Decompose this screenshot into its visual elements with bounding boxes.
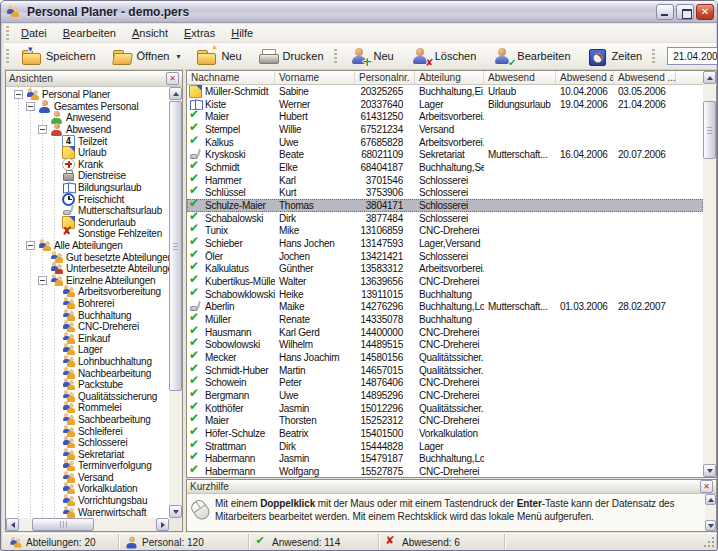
tree-item-personal-planer[interactable]: Personal Planer — [6, 89, 169, 101]
table-row[interactable]: MüllerRenate14335078Buchhaltung — [187, 313, 703, 326]
tree-item-sekretariat[interactable]: Sekretariat — [6, 448, 169, 460]
scroll-up-button[interactable] — [169, 87, 182, 100]
tree-item-anwesend[interactable]: Anwesend — [6, 112, 169, 124]
tree-item-cnc-dreherei[interactable]: CNC-Dreherei — [6, 321, 169, 333]
tree-item-bohrerei[interactable]: Bohrerei — [6, 298, 169, 310]
table-row[interactable]: SchlüsselKurt3753906Schlosserei — [187, 186, 703, 199]
tree-item-schlosserei[interactable]: Schlosserei — [6, 437, 169, 449]
toolbar-gripper[interactable] — [6, 49, 9, 63]
expander-minus[interactable] — [38, 276, 47, 285]
dropdown-caret-icon[interactable]: ▾ — [176, 52, 180, 61]
tree-vscroll-thumb[interactable] — [169, 101, 182, 391]
toolbar-gripper[interactable] — [334, 49, 337, 63]
column-header-abwesend-ab[interactable]: Abwesend ab — [556, 71, 614, 85]
tree-item-einzelne-abteilungen[interactable]: Einzelne Abteilungen — [6, 275, 169, 287]
tree-item-versand[interactable]: Versand — [6, 472, 169, 484]
menu-item-extras[interactable]: Extras — [176, 25, 223, 41]
table-row[interactable]: Höfer-SchulzeBeatrix15401500Vorkalkulati… — [187, 427, 703, 440]
tree-item-dienstreise[interactable]: Dienstreise — [6, 170, 169, 182]
tree-item-gesamtes-personal[interactable]: Gesamtes Personal — [6, 101, 169, 113]
table-row[interactable]: Müller-SchmidtSabine20325265Buchhaltung,… — [187, 85, 703, 98]
table-row[interactable]: SchmidtElke68404187Buchhaltung,Se... — [187, 161, 703, 174]
tree-hscrollbar[interactable] — [6, 518, 169, 531]
scroll-right-button[interactable] — [156, 518, 169, 531]
tree-item-qualitatssicherung[interactable]: Qualitätssicherung — [6, 390, 169, 402]
expander-minus[interactable] — [26, 241, 35, 250]
help-scrollbar[interactable] — [705, 494, 716, 531]
table-row[interactable]: HausmannKarl Gerd14400000CNC-Dreherei — [187, 326, 703, 339]
tree-item-bildungsurlaub[interactable]: Bildungsurlaub — [6, 182, 169, 194]
restore-button[interactable] — [676, 4, 694, 20]
expander-minus[interactable] — [38, 125, 47, 134]
resize-grip[interactable] — [703, 536, 715, 548]
tree-item-krank[interactable]: Krank — [6, 159, 169, 171]
table-row[interactable]: AberlinMaike14276296Buchhaltung,Lo...Mut… — [187, 300, 703, 313]
table-row[interactable]: KryskoskiBeate68021109SekretariatMutters… — [187, 148, 703, 161]
expander-minus[interactable] — [26, 102, 35, 111]
tree-item-terminverfolgung[interactable]: Terminverfolgung — [6, 460, 169, 472]
tree-item-alle-abteilungen[interactable]: Alle Abteilungen — [6, 240, 169, 252]
table-row[interactable]: KalkusUwe67685828Arbeitsvorberei... — [187, 136, 703, 149]
column-header-nachname[interactable]: Nachname — [187, 71, 275, 85]
table-row[interactable]: SobowlowskiWilhelm14489515CNC-Dreherei — [187, 338, 703, 351]
column-header-abteilung[interactable]: Abteilung — [415, 71, 484, 85]
tree-item-warenwirtschaft[interactable]: Warenwirtschaft — [6, 506, 169, 518]
column-header-vorname[interactable]: Vorname — [275, 71, 355, 85]
toolbar-button-loschen-pdel[interactable]: ✘Löschen — [403, 45, 484, 68]
column-header-personalnr[interactable]: Personalnr. — [355, 71, 415, 85]
sidebar-close-button[interactable]: ✕ — [166, 72, 179, 85]
tree-item-sachbearbeitung[interactable]: Sachbearbeitung — [6, 414, 169, 426]
toolbar-button-offnen-open[interactable]: Öffnen▾ — [105, 45, 188, 68]
table-row[interactable]: SchabowklowskiHeike13911015Buchhaltung — [187, 288, 703, 301]
scroll-left-button[interactable] — [6, 518, 19, 531]
table-row[interactable]: HabermannJasmin15479187Buchhaltung,Lo... — [187, 452, 703, 465]
tree-item-abwesend[interactable]: Abwesend — [6, 124, 169, 136]
tree-item-freischicht[interactable]: Freischicht — [6, 193, 169, 205]
minimize-button[interactable] — [656, 4, 674, 20]
table-row[interactable]: HabermannWolfgang15527875CNC-Dreherei — [187, 465, 703, 477]
menu-gripper[interactable] — [6, 26, 9, 40]
table-row[interactable]: MeckerHans Joachim14580156Qualitätssiche… — [187, 351, 703, 364]
tree-item-lohnbuchhaltung[interactable]: Lohnbuchhaltung — [6, 356, 169, 368]
table-row[interactable]: SchieberHans Jochen13147593Lager,Versand — [187, 237, 703, 250]
table-row[interactable]: Schulze-MaierThomas3804171Schlosserei — [187, 199, 703, 212]
menu-item-hilfe[interactable]: Hilfe — [223, 25, 261, 41]
tree-item-buchhaltung[interactable]: Buchhaltung — [6, 309, 169, 321]
tree-item-arbeitsvorbereitung[interactable]: Arbeitsvorbereitung — [6, 286, 169, 298]
tree-item-packstube[interactable]: Packstube — [6, 379, 169, 391]
scroll-down-button[interactable] — [705, 520, 716, 531]
tree-hscroll-thumb[interactable] — [32, 518, 94, 531]
tree-vscrollbar[interactable] — [169, 87, 182, 518]
tree-item-nachbearbeitung[interactable]: Nachbearbeitung — [6, 367, 169, 379]
table-row[interactable]: StrattmanDirk15444828Lager — [187, 440, 703, 453]
toolbar-button-neu-padd[interactable]: +Neu — [342, 45, 401, 68]
table-row[interactable]: ÖlerJochen13421421Schlosserei — [187, 250, 703, 263]
tree-item-lager[interactable]: Lager — [6, 344, 169, 356]
table-row[interactable]: KalkulatusGünther13583312Arbeitsvorberei… — [187, 262, 703, 275]
table-row[interactable]: TunixMike13106859CNC-Dreherei — [187, 224, 703, 237]
column-header-abwesend[interactable]: Abwesend ... — [614, 71, 676, 85]
table-row[interactable]: Kubertikus-MüllerWalter13639656CNC-Drehe… — [187, 275, 703, 288]
tree-item-unterbesetzte-abteilungen[interactable]: Unterbesetzte Abteilungen — [6, 263, 169, 275]
table-row[interactable]: StempelWillie67521234Versand — [187, 123, 703, 136]
help-close-button[interactable]: ✕ — [700, 480, 713, 493]
tree-item-einkauf[interactable]: Einkauf — [6, 332, 169, 344]
toolbar-button-bearbeiten-pedit[interactable]: ✔Bearbeiten — [485, 45, 577, 68]
scroll-up-button[interactable] — [703, 71, 716, 84]
scroll-up-button[interactable] — [705, 494, 716, 505]
table-row[interactable]: BergmannUwe14895296CNC-Dreherei — [187, 389, 703, 402]
scroll-down-button[interactable] — [169, 505, 182, 518]
toolbar-gripper[interactable] — [652, 49, 655, 63]
table-vscrollbar[interactable] — [703, 71, 716, 477]
column-header-abwesend[interactable]: Abwesend — [484, 71, 556, 85]
toolbar-button-neu-new[interactable]: ✶Neu — [189, 45, 248, 68]
close-button[interactable] — [696, 4, 714, 20]
tree-item-urlaub[interactable]: Urlaub — [6, 147, 169, 159]
tree-item-sonstige-fehlzeiten[interactable]: Sonstige Fehlzeiten — [6, 228, 169, 240]
tree-item-vorkalkulation[interactable]: Vorkalkulation — [6, 483, 169, 495]
table-row[interactable]: MaierHubert61431250Arbeitsvorberei... — [187, 110, 703, 123]
table-row[interactable]: KisteWerner20337640LagerBildungsurlaub19… — [187, 98, 703, 111]
tree-item-teilzeit[interactable]: Teilzeit — [6, 135, 169, 147]
date-input[interactable]: 21.04.2006 — [667, 47, 718, 65]
scroll-down-button[interactable] — [703, 464, 716, 477]
